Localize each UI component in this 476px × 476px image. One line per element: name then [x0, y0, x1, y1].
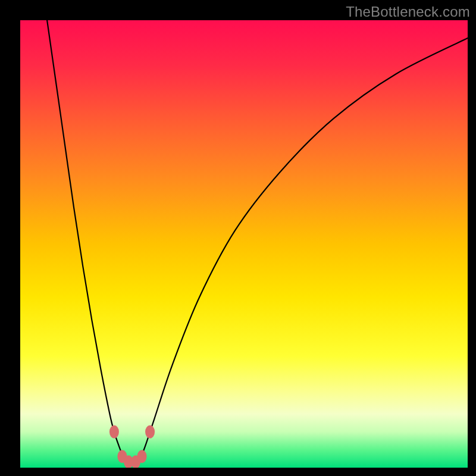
plot-area: [20, 20, 468, 468]
plot-svg: [20, 20, 468, 468]
curve-marker: [137, 450, 147, 463]
gradient-background: [20, 20, 468, 468]
watermark-text: TheBottleneck.com: [346, 4, 470, 20]
chart-frame: TheBottleneck.com: [0, 0, 476, 476]
curve-marker: [145, 425, 155, 439]
curve-marker: [109, 425, 119, 439]
